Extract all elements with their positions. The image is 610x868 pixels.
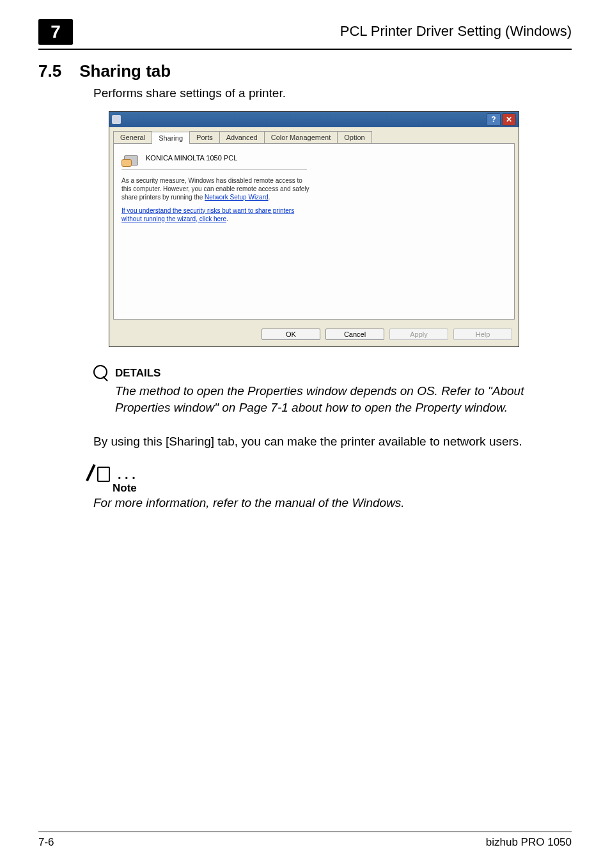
sharing-tab-panel: KONICA MINOLTA 1050 PCL As a security me…	[113, 143, 515, 320]
body-paragraph: By using this [Sharing] tab, you can mak…	[93, 433, 572, 451]
section-title: Sharing tab	[79, 61, 171, 81]
security-message: As a security measure, Windows has disab…	[121, 176, 313, 201]
cancel-button[interactable]: Cancel	[325, 329, 384, 340]
security-message-suffix: .	[269, 194, 270, 201]
magnifier-icon	[93, 365, 110, 382]
dialog-titlebar: ? ✕	[109, 112, 519, 127]
tab-advanced[interactable]: Advanced	[219, 131, 265, 143]
titlebar-help-button[interactable]: ?	[487, 113, 501, 126]
titlebar-close-button[interactable]: ✕	[502, 113, 516, 126]
section-intro: Performs share settings of a printer.	[93, 85, 572, 102]
header-rule	[38, 49, 572, 50]
dialog-button-row: OK Cancel Apply Help	[109, 323, 519, 346]
help-button: Help	[453, 329, 512, 340]
share-without-wizard-link[interactable]: If you understand the security risks but…	[121, 207, 294, 222]
tab-ports[interactable]: Ports	[189, 131, 220, 143]
chapter-number: 7	[38, 19, 73, 45]
footer-rule	[38, 832, 572, 832]
tab-color-management[interactable]: Color Management	[264, 131, 338, 143]
product-name: bizhub PRO 1050	[486, 836, 572, 849]
tab-general[interactable]: General	[113, 131, 152, 143]
page-number: 7-6	[38, 836, 54, 849]
printer-share-icon	[121, 150, 139, 166]
printer-name-label: KONICA MINOLTA 1050 PCL	[146, 154, 237, 162]
network-setup-wizard-link[interactable]: Network Setup Wizard	[205, 194, 268, 201]
section-number: 7.5	[38, 61, 61, 81]
panel-divider	[121, 169, 307, 170]
details-body: The method to open the Properties window…	[115, 383, 572, 417]
ok-button[interactable]: OK	[262, 329, 320, 340]
properties-dialog: ? ✕ General Sharing Ports Advanced Color…	[109, 111, 519, 347]
tab-strip: General Sharing Ports Advanced Color Man…	[109, 127, 519, 143]
note-label: Note	[113, 482, 572, 495]
details-heading: DETAILS	[115, 367, 160, 380]
tab-option[interactable]: Option	[337, 131, 371, 143]
titlebar-printer-icon	[112, 115, 121, 124]
note-dots: . . .	[118, 467, 136, 482]
tab-sharing[interactable]: Sharing	[152, 132, 190, 144]
note-icon	[93, 464, 113, 483]
apply-button: Apply	[389, 329, 448, 340]
header-title: PCL Printer Driver Setting (Windows)	[340, 23, 572, 40]
note-body: For more information, refer to the manua…	[93, 496, 572, 510]
